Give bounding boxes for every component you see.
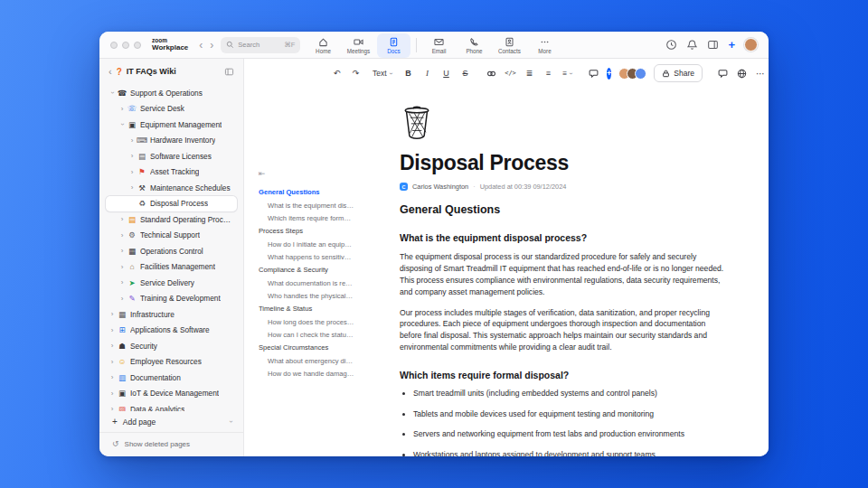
add-page-button[interactable]: + Add page › — [99, 411, 243, 432]
sidebar-item-support-operations[interactable]: ›☎Support & Operations — [106, 85, 237, 101]
history-clock-icon[interactable] — [665, 39, 677, 51]
numbered-list-icon[interactable]: ≡ — [542, 65, 554, 81]
sidebar-item-infrastructure[interactable]: ›▦Infrastructure — [106, 306, 237, 323]
notifications-bell-icon[interactable] — [686, 39, 698, 51]
bullet-list-icon[interactable]: ≣ — [524, 65, 535, 81]
undo-icon[interactable]: ↶ — [331, 65, 343, 81]
user-avatar[interactable] — [744, 38, 758, 52]
chevron-icon[interactable]: › — [118, 231, 127, 239]
sidebar-item-security[interactable]: ›☗Security — [106, 338, 237, 354]
sidebar-item-equipment-management[interactable]: ›▣Equipment Management — [106, 117, 237, 133]
share-button[interactable]: Share — [654, 64, 703, 82]
sidebar-item-applications-software[interactable]: ›⊞Applications & Software — [106, 323, 237, 339]
nav-tab-email[interactable]: Email — [422, 33, 456, 58]
sidebar-item-operations-control[interactable]: ›▦Operations Control — [106, 243, 237, 259]
chevron-icon[interactable]: › — [118, 295, 127, 303]
chevron-icon[interactable]: › — [108, 342, 117, 350]
chevron-icon[interactable]: › — [127, 152, 137, 160]
panel-toggle-icon[interactable] — [707, 39, 719, 51]
back-icon[interactable]: ‹ — [199, 39, 203, 52]
ai-companion-button[interactable]: + — [607, 68, 611, 80]
outline-collapse-icon[interactable]: ⇤ — [259, 169, 354, 178]
chevron-icon[interactable]: › — [108, 326, 117, 334]
sidebar-item-service-delivery[interactable]: ›➤Service Delivery — [106, 275, 237, 291]
sidebar-back-icon[interactable]: ‹ — [108, 66, 112, 77]
text-style-dropdown[interactable]: Text › — [376, 65, 388, 81]
maximize-button[interactable] — [134, 42, 141, 49]
nav-tab-home[interactable]: Home — [307, 33, 340, 58]
chevron-icon[interactable]: › — [118, 278, 127, 286]
chevron-icon[interactable]: › — [108, 373, 117, 381]
sidebar-collapse-icon[interactable] — [224, 67, 234, 77]
chevron-icon[interactable]: › — [127, 183, 137, 192]
outline-section-general-questions[interactable]: General Questions — [259, 185, 354, 199]
strikethrough-button[interactable]: S — [459, 65, 471, 81]
link-icon[interactable] — [486, 65, 497, 81]
sidebar-item-employee-resources[interactable]: ›☺Employee Resources — [106, 354, 237, 371]
show-deleted-pages-button[interactable]: ↺ Show deleted pages — [99, 432, 243, 456]
outline-section-compliance-security[interactable]: Compliance & Security — [259, 263, 354, 277]
more-options-icon[interactable]: ⋯ — [755, 65, 767, 81]
comment-icon[interactable] — [588, 65, 599, 81]
code-icon[interactable]: </> — [505, 65, 516, 81]
chevron-icon[interactable]: › — [118, 120, 127, 129]
sidebar-item-service-desk[interactable]: ›☏Service Desk — [106, 101, 237, 117]
sidebar-item-data-analytics[interactable]: ›▨Data & Analytics — [106, 401, 237, 411]
outline-item[interactable]: Who handles the physical di... — [259, 289, 354, 302]
sidebar-item-technical-support[interactable]: ›⚙Technical Support — [106, 228, 237, 244]
bold-button[interactable]: B — [402, 65, 414, 81]
sidebar-item-iot-device-management[interactable]: ›▣IoT & Device Management — [106, 386, 237, 402]
chevron-icon[interactable]: › — [108, 405, 117, 411]
nav-tab-more[interactable]: More — [528, 33, 561, 58]
globe-icon[interactable] — [736, 65, 748, 81]
align-dropdown[interactable]: ≡› — [561, 65, 573, 81]
sidebar-item-documentation[interactable]: ›▥Documentation — [106, 370, 237, 386]
sidebar-item-software-licenses[interactable]: ›▤Software Licenses — [106, 148, 237, 164]
outline-item[interactable]: How do I initiate an equipm... — [259, 238, 354, 250]
document[interactable]: Disposal Process C Carlos Washington · U… — [354, 88, 769, 456]
sidebar-item-asset-tracking[interactable]: ›⚑Asset Tracking — [106, 164, 237, 181]
outline-section-process-steps[interactable]: Process Steps — [259, 224, 354, 238]
forward-icon[interactable]: › — [210, 39, 213, 52]
outline-item[interactable]: What is the equipment disp... — [259, 199, 354, 211]
nav-tab-meetings[interactable]: Meetings — [342, 33, 375, 58]
collaborator-avatar[interactable] — [635, 68, 646, 80]
sidebar-item-standard-operating-procedures[interactable]: ›▤Standard Operating Procedures — [106, 211, 237, 228]
nav-tab-docs[interactable]: Docs — [377, 33, 410, 58]
chevron-icon[interactable]: › — [108, 389, 117, 398]
outline-item[interactable]: What about emergency dis... — [259, 354, 354, 367]
chevron-icon[interactable]: › — [108, 310, 117, 318]
chevron-icon[interactable]: › — [127, 136, 137, 145]
chevron-icon[interactable]: › — [108, 358, 117, 366]
chevron-icon[interactable]: › — [118, 263, 127, 271]
chevron-icon[interactable]: › — [127, 168, 137, 176]
underline-button[interactable]: U — [440, 65, 452, 81]
add-plus-icon[interactable]: + — [728, 39, 735, 51]
outline-item[interactable]: Which items require formal ... — [259, 211, 354, 224]
chevron-icon[interactable]: › — [118, 247, 127, 255]
chevron-icon[interactable]: › — [118, 215, 127, 223]
chat-icon[interactable] — [717, 65, 729, 81]
nav-tab-phone[interactable]: Phone — [458, 33, 491, 58]
sidebar-item-training-development[interactable]: ›✎Training & Development — [106, 291, 237, 307]
sidebar-item-hardware-inventory[interactable]: ›⌨Hardware Inventory — [106, 133, 237, 149]
chevron-icon[interactable]: › — [118, 105, 127, 113]
minimize-button[interactable] — [122, 42, 129, 49]
outline-item[interactable]: How do we handle damage... — [259, 367, 354, 380]
outline-item[interactable]: How can I check the status ... — [259, 328, 354, 341]
sidebar-item-facilities-management[interactable]: ›⌂Facilities Management — [106, 259, 237, 276]
nav-tab-contacts[interactable]: Contacts — [493, 33, 526, 58]
sidebar-item-disposal-process[interactable]: ♻Disposal Process — [106, 196, 237, 212]
outline-section-timeline-status[interactable]: Timeline & Status — [259, 302, 354, 315]
outline-item[interactable]: What happens to sensitive ... — [259, 250, 354, 263]
search-input[interactable]: Search ⌘F — [221, 37, 300, 53]
collapse-chevron-icon[interactable]: › — [227, 420, 235, 423]
close-button[interactable] — [110, 42, 118, 49]
outline-item[interactable]: How long does the process ... — [259, 315, 354, 328]
outline-item[interactable]: What documentation is req... — [259, 277, 354, 289]
chevron-icon[interactable]: › — [108, 89, 117, 98]
redo-icon[interactable]: ↷ — [350, 65, 362, 81]
italic-button[interactable]: I — [421, 65, 433, 81]
outline-section-special-circumstances[interactable]: Special Circumstances — [259, 341, 354, 354]
sidebar-item-maintenance-schedules[interactable]: ›⚒Maintenance Schedules — [106, 180, 237, 196]
